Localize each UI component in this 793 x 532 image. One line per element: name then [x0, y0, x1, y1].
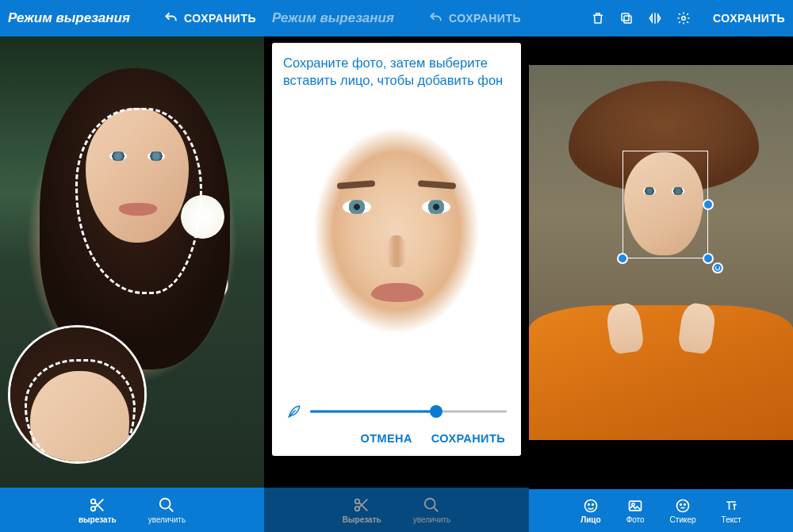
svg-point-14	[677, 499, 689, 511]
dialog-message: Сохраните фото, затем выберите вставить …	[283, 54, 510, 90]
scissors-icon	[89, 496, 106, 514]
header: СОХРАНИТЬ	[529, 0, 793, 36]
selection-box[interactable]	[623, 151, 708, 258]
save-action[interactable]: СОХРАНИТЬ	[163, 10, 256, 26]
svg-point-9	[584, 499, 596, 511]
tab-text-label: Текст	[722, 515, 741, 524]
header-title: Режим вырезания	[8, 10, 163, 26]
dialog-backdrop: Сохраните фото, затем выберите вставить …	[264, 36, 529, 488]
svg-point-4	[355, 506, 360, 511]
header: Режим вырезания СОХРАНИТЬ	[0, 0, 264, 36]
header-title: Режим вырезания	[272, 10, 428, 26]
save-label: СОХРАНИТЬ	[184, 12, 256, 25]
bottom-toolbar: вырезать увеличить	[0, 488, 264, 532]
tool-cut: Вырезать	[343, 496, 381, 524]
svg-point-15	[680, 503, 682, 505]
screen-save-dialog: Режим вырезания СОХРАНИТЬ Сохраните фото…	[264, 0, 529, 532]
zoom-icon	[423, 496, 440, 514]
svg-point-8	[682, 17, 686, 21]
flip-icon[interactable]	[648, 11, 662, 25]
slider-fill	[310, 411, 436, 413]
tab-face-label: Лицо	[580, 515, 600, 524]
tool-zoom: увеличить	[413, 496, 450, 524]
resize-handle-bottom-left[interactable]	[617, 253, 628, 264]
subject-sweater	[529, 305, 793, 440]
tool-cut-label: вырезать	[79, 515, 117, 524]
compose-canvas[interactable]	[529, 65, 793, 440]
save-dialog: Сохраните фото, затем выберите вставить …	[272, 43, 521, 456]
screen-compose: СОХРАНИТЬ Лицо Фото	[529, 0, 793, 532]
header: Режим вырезания СОХРАНИТЬ	[264, 0, 529, 36]
save-action[interactable]: СОХРАНИТЬ	[428, 10, 521, 26]
tab-face[interactable]: Лицо	[580, 498, 600, 524]
photo-icon	[627, 498, 643, 514]
svg-point-2	[160, 498, 170, 508]
svg-point-10	[588, 503, 590, 505]
cutout-preview	[283, 90, 510, 397]
header-toolbar: СОХРАНИТЬ	[591, 11, 785, 25]
feather-slider-row	[283, 397, 510, 423]
feather-icon	[286, 404, 302, 419]
delete-icon[interactable]	[591, 11, 605, 25]
magnifier-loupe	[8, 325, 147, 464]
svg-point-16	[684, 503, 686, 505]
zoom-icon	[158, 496, 175, 514]
svg-rect-7	[622, 13, 629, 21]
slider-thumb[interactable]	[430, 405, 442, 418]
tool-zoom[interactable]: увеличить	[148, 496, 186, 524]
sticker-icon	[675, 498, 691, 514]
text-icon	[723, 498, 739, 514]
svg-rect-6	[624, 16, 631, 23]
tab-text[interactable]: Текст	[722, 498, 741, 524]
dialog-actions: ОТМЕНА СОХРАНИТЬ	[283, 423, 510, 448]
svg-point-5	[425, 498, 435, 508]
save-button[interactable]: СОХРАНИТЬ	[713, 12, 785, 25]
cancel-button[interactable]: ОТМЕНА	[361, 432, 412, 445]
tool-cut[interactable]: вырезать	[79, 496, 117, 524]
confirm-button[interactable]: СОХРАНИТЬ	[431, 432, 505, 445]
rotate-handle[interactable]	[712, 262, 723, 274]
undo-icon[interactable]	[163, 10, 179, 26]
photo-canvas[interactable]	[0, 36, 264, 488]
screen-cut-mode: Режим вырезания СОХРАНИТЬ вырезать	[0, 0, 264, 532]
undo-icon[interactable]	[428, 10, 444, 26]
letterbox-top	[529, 36, 793, 65]
tool-zoom-label: увеличить	[413, 515, 450, 524]
tab-sticker[interactable]: Стикер	[670, 498, 696, 524]
scissors-icon	[353, 496, 370, 514]
tool-zoom-label: увеличить	[148, 515, 186, 524]
bottom-toolbar: Вырезать увеличить	[264, 488, 529, 532]
resize-handle-right[interactable]	[703, 199, 714, 210]
face-cutout	[293, 117, 500, 370]
tab-photo[interactable]: Фото	[626, 498, 645, 524]
face-icon	[583, 498, 599, 514]
copy-icon[interactable]	[619, 11, 634, 25]
save-label: СОХРАНИТЬ	[449, 12, 521, 25]
tool-cut-label: Вырезать	[343, 515, 381, 524]
letterbox-bottom	[529, 440, 793, 489]
bottom-tabs: Лицо Фото Стикер Текст	[529, 489, 793, 532]
feather-slider[interactable]	[310, 402, 507, 421]
settings-icon[interactable]	[676, 11, 691, 25]
tab-sticker-label: Стикер	[670, 515, 696, 524]
svg-point-11	[592, 503, 594, 505]
tab-photo-label: Фото	[626, 515, 645, 524]
svg-point-3	[355, 499, 360, 503]
resize-handle-bottom-right[interactable]	[703, 253, 714, 264]
